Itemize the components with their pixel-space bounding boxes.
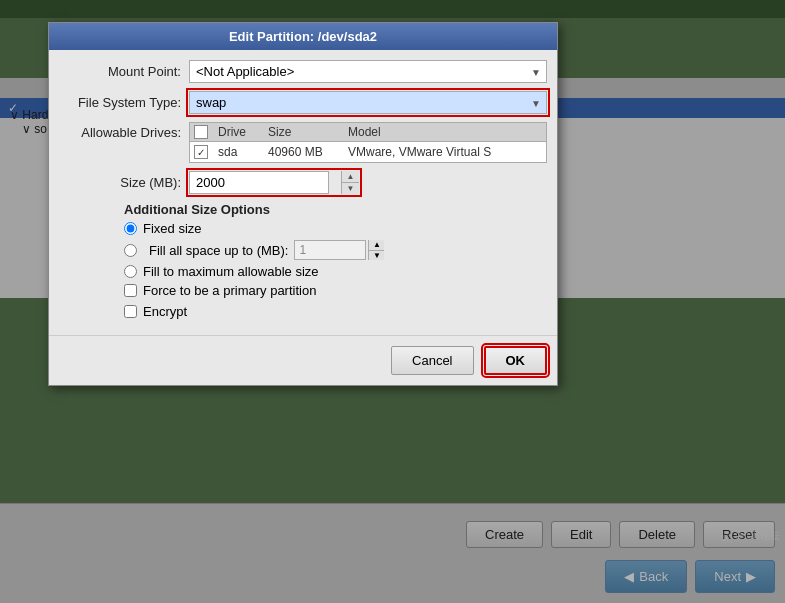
drive-header: Drive	[218, 125, 268, 139]
size-field-wrapper: ▲ ▼	[189, 171, 547, 194]
encrypt-checkbox[interactable]	[124, 305, 137, 318]
primary-partition-label: Force to be a primary partition	[143, 283, 316, 298]
size-label: Size (MB):	[59, 175, 189, 190]
fs-type-select[interactable]: swap ext4 ext3 ext2 xfs vfat btrfs	[189, 91, 547, 114]
primary-partition-checkbox[interactable]	[124, 284, 137, 297]
dialog-buttons: Cancel OK	[49, 335, 557, 385]
encrypt-row: Encrypt	[59, 304, 547, 319]
fs-type-select-wrapper: swap ext4 ext3 ext2 xfs vfat btrfs	[189, 91, 547, 114]
fill-up-spin-up[interactable]: ▲	[369, 240, 384, 251]
drives-table: Drive Size Model ✓ sda 40960 MB VMware, …	[189, 122, 547, 163]
size-options-label: Additional Size Options	[59, 202, 547, 217]
fill-max-row: Fill to maximum allowable size	[59, 264, 547, 279]
fill-up-spin-down[interactable]: ▼	[369, 251, 384, 261]
fill-max-radio[interactable]	[124, 265, 137, 278]
size-spin-up[interactable]: ▲	[342, 171, 359, 183]
drives-table-header: Drive Size Model	[190, 123, 546, 142]
encrypt-label: Encrypt	[143, 304, 187, 319]
drive-name: sda	[218, 145, 268, 159]
ok-button[interactable]: OK	[484, 346, 548, 375]
fill-up-spinner: ▲ ▼	[294, 240, 384, 260]
drive-row[interactable]: ✓ sda 40960 MB VMware, VMware Virtual S	[190, 142, 546, 162]
fixed-size-label: Fixed size	[143, 221, 202, 236]
allowable-drives-label: Allowable Drives:	[59, 122, 189, 140]
mount-point-select-wrapper: <Not Applicable>	[189, 60, 547, 83]
drive-checkbox[interactable]: ✓	[194, 145, 208, 159]
size-row: Size (MB): ▲ ▼	[59, 171, 547, 194]
model-header: Model	[348, 125, 542, 139]
allowable-drives-row: Allowable Drives: Drive Size Model ✓ sda	[59, 122, 547, 163]
fill-up-to-row: Fill all space up to (MB): ▲ ▼	[59, 240, 547, 260]
dialog-title: Edit Partition: /dev/sda2	[49, 23, 557, 50]
fill-up-radio[interactable]	[124, 244, 137, 257]
fill-up-label: Fill all space up to (MB):	[149, 243, 288, 258]
fixed-size-row: Fixed size	[59, 221, 547, 236]
mount-point-label: Mount Point:	[59, 64, 189, 79]
primary-partition-row: Force to be a primary partition	[59, 283, 547, 298]
mount-point-row: Mount Point: <Not Applicable>	[59, 60, 547, 83]
fill-up-input[interactable]	[294, 240, 366, 260]
cancel-button[interactable]: Cancel	[391, 346, 473, 375]
fs-type-row: File System Type: swap ext4 ext3 ext2 xf…	[59, 91, 547, 114]
drive-model: VMware, VMware Virtual S	[348, 145, 542, 159]
mount-point-select[interactable]: <Not Applicable>	[189, 60, 547, 83]
size-header: Size	[268, 125, 348, 139]
fs-type-label: File System Type:	[59, 95, 189, 110]
fill-max-label: Fill to maximum allowable size	[143, 264, 319, 279]
fixed-size-radio[interactable]	[124, 222, 137, 235]
edit-partition-dialog: Edit Partition: /dev/sda2 Mount Point: <…	[48, 22, 558, 386]
size-input[interactable]	[189, 171, 329, 194]
fill-up-to-wrapper: Fill all space up to (MB): ▲ ▼	[124, 240, 547, 260]
drives-table-wrapper: Drive Size Model ✓ sda 40960 MB VMware, …	[189, 122, 547, 163]
drive-size: 40960 MB	[268, 145, 348, 159]
size-spin-down[interactable]: ▼	[342, 183, 359, 194]
